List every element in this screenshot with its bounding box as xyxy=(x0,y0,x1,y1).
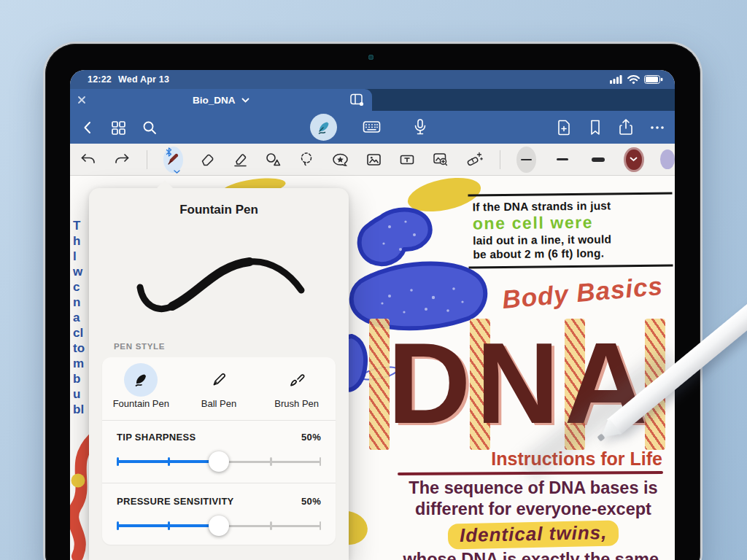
status-icons xyxy=(610,75,663,84)
bookmark-icon xyxy=(588,119,603,136)
stroke-thin-selected[interactable] xyxy=(516,147,536,173)
tab-bio-dna[interactable]: Bio_DNA xyxy=(70,89,372,111)
dna-paragraph: The sequence of DNA bases is different f… xyxy=(398,478,669,560)
stage: 12:22 Wed Apr 13 xyxy=(0,0,747,560)
search-icon xyxy=(142,120,158,136)
stroke-thick[interactable] xyxy=(588,147,608,173)
share-icon xyxy=(618,118,634,136)
tip-sharpness-value: 50% xyxy=(301,432,321,443)
popup-title: Fountain Pen xyxy=(89,203,349,217)
wifi-icon xyxy=(627,75,640,84)
identical-twins-highlight: Identical twins, xyxy=(447,521,619,550)
keyboard-button[interactable] xyxy=(363,119,381,138)
eraser-tool[interactable] xyxy=(199,150,216,168)
pressure-sensitivity-slider[interactable] xyxy=(117,515,321,537)
brush-pen-label: Brush Pen xyxy=(258,398,336,409)
color-swatch-purple[interactable] xyxy=(660,149,675,169)
ai-pen-tool[interactable] xyxy=(465,150,484,168)
tools-row xyxy=(70,144,675,176)
add-page-icon xyxy=(556,119,573,136)
card-divider xyxy=(102,420,336,421)
toolrow-divider-2 xyxy=(500,150,500,169)
pressure-sensitivity-row: PRESSURE SENSITIVITY 50% xyxy=(117,496,321,507)
undo-button[interactable] xyxy=(80,150,97,168)
grid-icon xyxy=(110,120,126,136)
undo-icon xyxy=(80,152,97,168)
fountain-pen-popup: Fountain Pen PEN STYLE Fountai xyxy=(89,188,349,560)
bluetooth-icon xyxy=(166,147,172,157)
pen-style-options: Fountain Pen Ball Pen xyxy=(102,357,336,420)
more-options-button[interactable] xyxy=(649,120,665,136)
shapes-tool[interactable] xyxy=(265,150,282,168)
pen-style-ball[interactable]: Ball Pen xyxy=(180,357,258,420)
stroke-medium[interactable] xyxy=(552,147,572,173)
cellular-signal-icon xyxy=(610,75,623,84)
toolbar-left-group xyxy=(80,111,158,144)
shapes-icon xyxy=(265,152,282,168)
tip-sharpness-label: TIP SHARPNESS xyxy=(117,432,196,443)
tip-sharpness-slider[interactable] xyxy=(117,451,321,472)
share-button[interactable] xyxy=(618,118,634,136)
keyboard-icon xyxy=(363,119,381,135)
pen-style-brush[interactable]: Brush Pen xyxy=(258,357,336,420)
add-page-button[interactable] xyxy=(556,119,573,136)
status-date: Wed Apr 13 xyxy=(118,74,169,85)
pressure-sensitivity-label: PRESSURE SENSITIVITY xyxy=(117,496,234,507)
fountain-pen-selected-circle xyxy=(124,363,158,397)
pen-style-fountain[interactable]: Fountain Pen xyxy=(102,357,180,420)
para-line-3: whose DNA is exactly the same. xyxy=(398,549,669,560)
microphone-icon xyxy=(412,118,428,136)
slider-tick xyxy=(168,457,170,466)
status-bar: 12:22 Wed Apr 13 xyxy=(70,70,675,89)
slider-thumb[interactable] xyxy=(209,451,229,472)
status-time: 12:22 xyxy=(88,74,112,85)
slider-thumb[interactable] xyxy=(209,516,229,536)
thumbnails-button[interactable] xyxy=(110,120,126,136)
slider-tick xyxy=(270,457,272,466)
stroke-preview xyxy=(117,236,321,331)
fountain-pen-icon xyxy=(131,370,150,389)
insert-image-tool[interactable] xyxy=(365,150,382,168)
page-management-button[interactable] xyxy=(349,92,365,111)
chevron-left-icon xyxy=(80,120,95,136)
sticker-star-icon xyxy=(331,152,349,168)
battery-icon xyxy=(644,75,663,84)
pen-style-section-label: PEN STYLE xyxy=(114,342,165,351)
pen-options-chevron-icon xyxy=(174,170,180,174)
dna-fact-box: If the DNA strands in just one cell were… xyxy=(468,192,673,269)
record-audio-button[interactable] xyxy=(412,118,428,139)
text-box-tool[interactable] xyxy=(398,150,416,168)
magic-pen-icon xyxy=(465,151,484,168)
toolbar-right-group xyxy=(556,111,665,144)
brush-pen-icon xyxy=(287,370,306,389)
slider-tick xyxy=(320,521,322,530)
fact-line-4: be about 2 m (6 ft) long. xyxy=(473,246,670,262)
bookmark-button[interactable] xyxy=(588,119,603,136)
ball-pen-label: Ball Pen xyxy=(180,398,258,409)
tab-title-text: Bio_DNA xyxy=(193,95,235,106)
para-line-1: The sequence of DNA bases is xyxy=(398,478,669,499)
ipad-screen: 12:22 Wed Apr 13 xyxy=(70,70,675,560)
stickers-tool[interactable] xyxy=(331,150,349,168)
fact-line-2: one cell were xyxy=(473,212,670,234)
highlighter-icon xyxy=(232,152,249,168)
medium-stroke-swatch xyxy=(557,158,568,161)
pen-tool-selected[interactable] xyxy=(163,147,183,173)
color-swatch-darkred-selected[interactable] xyxy=(624,147,643,172)
search-button[interactable] xyxy=(142,120,158,136)
main-toolbar xyxy=(70,111,675,144)
lasso-tool[interactable] xyxy=(298,150,315,168)
lasso-icon xyxy=(298,151,315,168)
body-basics-heading: Body Basics xyxy=(501,271,671,314)
image-search-tool[interactable] xyxy=(432,150,449,168)
tip-sharpness-row: TIP SHARPNESS 50% xyxy=(117,432,321,443)
slider-tick xyxy=(117,521,119,530)
redo-button[interactable] xyxy=(113,150,131,168)
ellipsis-icon xyxy=(649,120,665,136)
pen-mode-button[interactable] xyxy=(310,114,337,141)
status-time-date: 12:22 Wed Apr 13 xyxy=(88,74,169,85)
para-line-2: different for everyone-except xyxy=(398,499,669,520)
highlighter-tool[interactable] xyxy=(232,150,249,168)
tab-title[interactable]: Bio_DNA xyxy=(70,95,372,106)
back-button[interactable] xyxy=(80,120,95,136)
